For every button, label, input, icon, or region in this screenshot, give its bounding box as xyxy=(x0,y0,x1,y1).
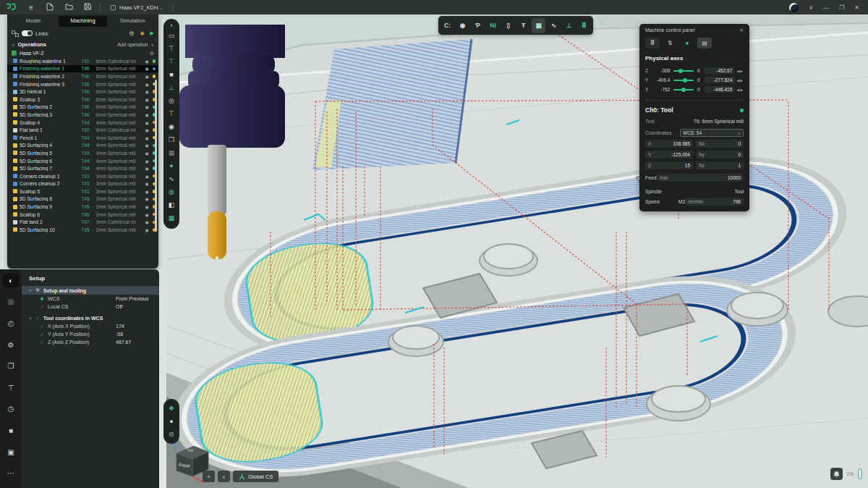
stock-sim-icon[interactable]: ▯ xyxy=(501,18,515,33)
open-folder-icon[interactable] xyxy=(59,3,78,12)
visibility-eye-icon[interactable]: ◉ xyxy=(144,219,150,224)
feed-value-chip[interactable]: max10000 xyxy=(657,174,744,182)
material-removal-icon[interactable]: ◍ xyxy=(163,185,179,198)
analysis-table-icon[interactable]: ▦ xyxy=(163,211,179,224)
tab-machining[interactable]: Machining xyxy=(59,16,108,27)
fit-view-icon[interactable]: ❖ xyxy=(169,405,174,412)
close-button[interactable]: ✕ xyxy=(854,4,859,11)
notifications-bell-button[interactable] xyxy=(830,468,843,480)
part-visibility-icon[interactable]: ⊥ xyxy=(163,81,179,94)
machine-control-icon[interactable]: ▦ xyxy=(532,18,545,33)
normal-chip[interactable]: Ny0 xyxy=(696,151,744,159)
machine-code-icon[interactable]: C: xyxy=(441,18,454,33)
camera-icon[interactable]: ◉ xyxy=(163,120,179,133)
axis-position-value[interactable]: -277.824 xyxy=(705,77,734,83)
operation-row[interactable]: Scallop 5 T#3 3mm Spherical mill ◉ xyxy=(7,188,158,195)
mcp-registers-tab[interactable]: ▤ xyxy=(697,38,712,49)
cs-dropdown-button[interactable]: ∨ xyxy=(218,471,230,482)
mcp-axes-tab[interactable]: Ⅲ xyxy=(645,38,660,49)
postprocessor-icon[interactable]: Ƥ xyxy=(471,18,485,33)
operation-row[interactable]: Finishing waterline 2 T#6 6mm Spherical … xyxy=(7,72,158,80)
operation-row[interactable]: Finishing waterline 1 T#6 6mm Spherical … xyxy=(7,65,158,73)
operation-row[interactable]: 5D Surfacing 3 T#6 6mm Spherical mill ◉ xyxy=(7,111,158,119)
coordinate-row[interactable]: ∕ X (Axis X Position) 174 xyxy=(22,322,159,330)
tools-nav-icon[interactable]: ⊤ xyxy=(3,381,19,395)
mcp-status-tab[interactable]: ● xyxy=(680,38,694,49)
setup-tooling-group[interactable]: ∨ ⚒ Setup and tooling xyxy=(22,286,159,295)
axis-step-buttons[interactable]: ◀▶ xyxy=(736,88,744,92)
visibility-eye-icon[interactable]: ◉ xyxy=(144,143,150,148)
nc-interpreter-icon[interactable]: NI xyxy=(486,18,500,33)
visibility-eye-icon[interactable]: ◉ xyxy=(144,204,150,209)
add-cs-button[interactable]: + xyxy=(203,471,215,482)
grid-icon[interactable]: ▦ xyxy=(163,146,179,159)
operations-settings-icon[interactable]: ⚙ xyxy=(129,30,134,37)
minimize-button[interactable]: — xyxy=(823,4,829,11)
normal-chip[interactable]: Nz1 xyxy=(696,161,744,169)
tool-visibility-icon[interactable]: ⊤ xyxy=(163,42,179,55)
visibility-eye-icon[interactable]: ◉ xyxy=(144,97,150,102)
operation-row[interactable]: 5D Surfacing 6 T#4 4mm Spherical mill ◉ xyxy=(7,157,158,165)
stock-nav-icon[interactable]: ■ xyxy=(3,424,19,437)
collapse-strip-icon[interactable]: ∧ xyxy=(170,22,173,29)
speed-value-chip[interactable]: rev/min796 xyxy=(685,198,744,206)
save-icon[interactable] xyxy=(78,3,97,12)
coordinate-row[interactable]: ∕ Z (Axis Z Position) 467.67 xyxy=(22,338,159,346)
operation-row[interactable]: 5D Surfacing 10 T#5 2mm Spherical mill ◉ xyxy=(7,226,158,234)
tool-coordinates-group[interactable]: ∨ ∕ Tool coordinates in WCS xyxy=(22,314,159,322)
axis-position-value[interactable]: -446.415 xyxy=(705,86,734,93)
visibility-eye-icon[interactable]: ◉ xyxy=(144,120,150,125)
inspect-icon[interactable]: ◉ xyxy=(456,18,469,33)
setup-nav-icon[interactable]: ◐ xyxy=(3,274,19,287)
tool-tip-icon[interactable]: ⊥ xyxy=(562,18,576,33)
smoothing-icon[interactable]: ∿ xyxy=(163,172,179,185)
operation-row[interactable]: 5D Surfacing 2 T#6 6mm Spherical mill ◉ xyxy=(7,104,158,112)
navigate-nav-icon[interactable]: ◴ xyxy=(3,316,19,330)
machine-target-icon[interactable]: ⊙ xyxy=(150,51,154,56)
operation-row[interactable]: Scallop 4 T#4 4mm Spherical mill ◉ xyxy=(7,119,158,127)
app-logo[interactable] xyxy=(0,3,22,12)
account-dropdown-icon[interactable]: ∨ xyxy=(809,4,813,11)
operation-row[interactable]: Flat land 2 T#7 3mm Cylindrical mi ◉ xyxy=(7,218,158,226)
axis-slider[interactable] xyxy=(673,80,694,81)
visibility-eye-icon[interactable]: ◉ xyxy=(144,212,150,217)
document-tab[interactable]: Haas VF2_KDH... xyxy=(103,0,170,14)
collision-check-icon[interactable]: ● xyxy=(163,159,179,172)
visibility-eye-icon[interactable]: ◉ xyxy=(144,135,150,140)
visibility-eye-icon[interactable]: ◉ xyxy=(144,66,150,71)
fixtures-nav-icon[interactable]: ▣ xyxy=(3,445,19,459)
operation-row[interactable]: Corners cleanup 1 T#3 3mm Spherical mill… xyxy=(7,172,158,180)
restore-button[interactable]: ❐ xyxy=(839,4,844,11)
mcp-close-icon[interactable]: ✕ xyxy=(739,28,744,33)
axis-step-buttons[interactable]: ◀▶ xyxy=(736,78,744,83)
section-view-icon[interactable]: ❐ xyxy=(163,133,179,146)
compare-icon[interactable]: ◧ xyxy=(163,198,179,211)
orbit-icon[interactable]: ● xyxy=(169,418,173,425)
tool-assembly-icon[interactable]: Ŧ xyxy=(516,18,530,33)
operation-row[interactable]: 5D Surfacing 4 T#4 4mm Spherical mill ◉ xyxy=(7,142,158,150)
tab-simulation[interactable]: Simulation xyxy=(108,16,157,27)
setup-property-row[interactable]: ✚ WCS From Previous xyxy=(22,295,159,303)
links-toggle[interactable] xyxy=(22,30,33,36)
visibility-eye-icon[interactable]: ◉ xyxy=(144,151,150,156)
global-cs-button[interactable]: Global CS xyxy=(233,471,278,482)
tab-model[interactable]: Model xyxy=(9,16,58,27)
visibility-eye-icon[interactable]: ◉ xyxy=(144,159,150,164)
fixture-visibility-icon[interactable]: ⊤ xyxy=(163,107,179,120)
axis-chip[interactable]: X108.585 xyxy=(645,140,693,148)
visibility-eye-icon[interactable]: ◉ xyxy=(144,181,150,186)
normal-chip[interactable]: Nx0 xyxy=(696,140,744,148)
operation-row[interactable]: Scallop 3 T#6 6mm Spherical mill ◉ xyxy=(7,96,158,104)
operation-row[interactable]: Roughing waterline 1 T#2 8mm Cylindrical… xyxy=(7,57,158,65)
machine-nav-icon[interactable]: ▦ xyxy=(3,295,19,309)
collapse-chevron-icon[interactable]: ∨ xyxy=(12,42,14,47)
statistics-icon[interactable]: Ⅲ xyxy=(577,18,591,33)
visibility-eye-icon[interactable]: ◉ xyxy=(144,89,150,94)
visibility-eye-icon[interactable]: ◉ xyxy=(144,174,150,179)
visibility-eye-icon[interactable]: ◉ xyxy=(144,112,150,117)
operation-row[interactable]: 5D Surfacing 5 T#4 4mm Spherical mill ◉ xyxy=(7,149,158,157)
axis-chip[interactable]: Y-125.004 xyxy=(645,151,693,159)
new-file-icon[interactable] xyxy=(41,3,59,12)
visibility-eye-icon[interactable]: ◉ xyxy=(144,59,150,64)
operation-row[interactable]: Pencil 1 T#4 4mm Spherical mill ◉ xyxy=(7,134,158,142)
